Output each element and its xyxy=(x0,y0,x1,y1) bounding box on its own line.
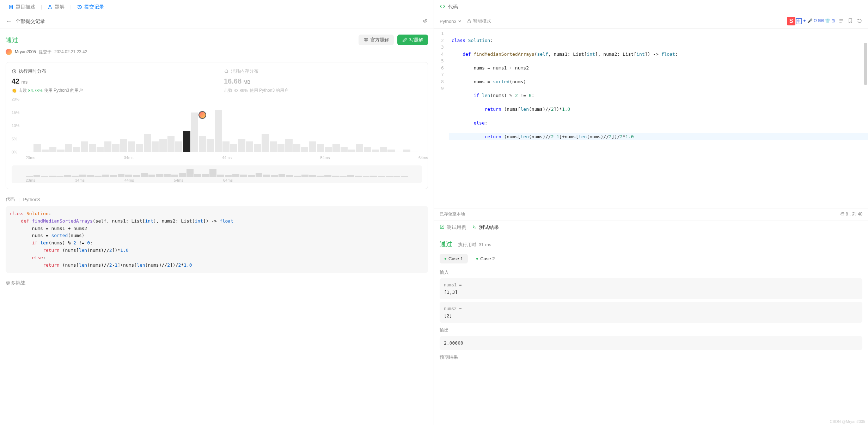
bookmark-icon[interactable] xyxy=(848,18,853,25)
save-status: 已存储至本地 xyxy=(440,211,465,217)
format-icon[interactable] xyxy=(838,18,844,25)
submitted-code-block: class Solution: def findMedianSortedArra… xyxy=(6,206,428,273)
sub-header-title: 全部提交记录 xyxy=(16,18,45,25)
code-lang: Python3 xyxy=(23,197,40,202)
runtime-distribution-chart: 20%15%10%5%0% 23ms34ms44ms54ms64ms xyxy=(12,99,422,163)
scrollbar-vertical[interactable] xyxy=(864,43,867,85)
history-icon xyxy=(77,5,82,10)
runtime-stat[interactable]: 执行用时分布 42 ms 👏 击败 84.73% 使用 Python3 的用户 xyxy=(12,68,210,93)
svg-rect-5 xyxy=(225,70,228,73)
left-tabs: 题目描述 | 题解 | 提交记录 xyxy=(0,0,434,14)
case-2-tab[interactable]: Case 2 xyxy=(471,254,500,263)
more-challenges-title: 更多挑战 xyxy=(6,280,428,286)
tab-test-result[interactable]: 测试结果 xyxy=(472,224,499,231)
code-icon xyxy=(440,4,445,10)
link-icon[interactable] xyxy=(422,18,428,25)
case-1-tab[interactable]: Case 1 xyxy=(440,254,468,263)
edit-icon xyxy=(402,37,407,42)
memory-stat[interactable]: 消耗内存分布 16.68 MB 击败 43.89% 使用 Python3 的用户 xyxy=(224,68,422,93)
svg-rect-10 xyxy=(468,21,471,23)
result-runtime: 执行用时: 31 ms xyxy=(458,242,491,247)
book-icon xyxy=(363,37,368,42)
check-square-icon xyxy=(440,224,445,230)
avatar xyxy=(6,49,12,55)
username: Mryan2005 xyxy=(15,49,36,54)
tab-submissions[interactable]: 提交记录 xyxy=(74,0,107,14)
document-icon xyxy=(8,5,13,10)
write-solution-button[interactable]: 写题解 xyxy=(397,35,428,45)
result-status: 通过 xyxy=(440,241,452,248)
chart-minimap[interactable]: 23ms34ms44ms54ms64ms xyxy=(12,165,422,183)
code-label: 代码 xyxy=(6,196,15,202)
output-value: 2.00000 xyxy=(440,336,862,350)
output-label: 输出 xyxy=(440,327,862,333)
sogou-icon: S xyxy=(787,17,795,25)
tab-testcase[interactable]: 测试用例 xyxy=(440,224,466,231)
reset-icon[interactable] xyxy=(857,18,862,25)
flask-icon xyxy=(48,5,53,10)
editor-mode[interactable]: 智能模式 xyxy=(467,18,491,24)
input-nums2[interactable]: nums2 = [2] xyxy=(440,302,862,323)
status-pass-label: 通过 xyxy=(6,36,18,44)
input-label: 输入 xyxy=(440,269,862,275)
memory-icon xyxy=(224,69,229,74)
input-nums1[interactable]: nums1 = [1,3] xyxy=(440,278,862,299)
code-editor[interactable]: 123456789 class Solution: def findMedian… xyxy=(434,29,868,208)
tab-description[interactable]: 题目描述 xyxy=(6,0,38,14)
ime-toolbar[interactable]: S 中 ✦🎤Ω⌨👕⊞ xyxy=(787,17,835,25)
back-arrow[interactable]: ← xyxy=(6,18,12,25)
clap-icon: 👏 xyxy=(12,88,17,93)
expected-label: 预期结果 xyxy=(440,354,862,360)
lock-icon xyxy=(467,19,471,23)
watermark: CSDN @Mryan2005 xyxy=(830,419,865,424)
svg-rect-0 xyxy=(10,5,13,9)
right-header-title: 代码 xyxy=(448,4,458,10)
official-solution-button[interactable]: 官方题解 xyxy=(359,35,394,45)
submission-meta: Mryan2005 提交于 2024.02.21 23:42 xyxy=(6,49,428,55)
language-select[interactable]: Python3 xyxy=(440,19,461,24)
cursor-position: 行 8，列 40 xyxy=(840,211,862,217)
chevron-down-icon xyxy=(458,19,461,23)
clock-icon xyxy=(12,69,17,74)
user-marker xyxy=(198,111,206,119)
terminal-icon xyxy=(472,224,477,230)
submit-time: 2024.02.21 23:42 xyxy=(54,49,87,54)
tab-solution[interactable]: 题解 xyxy=(45,0,67,14)
